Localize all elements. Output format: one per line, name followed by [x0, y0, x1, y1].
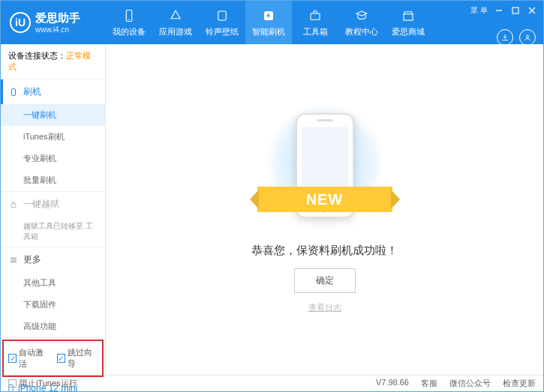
app-logo-icon: iU [10, 12, 31, 33]
sidebar-more-head[interactable]: 更多 [1, 247, 105, 272]
sidebar-item-advanced[interactable]: 高级功能 [1, 316, 105, 337]
svg-rect-2 [218, 11, 227, 20]
sidebar-item-pro-flash[interactable]: 专业刷机 [1, 148, 105, 169]
new-ribbon: NEW [257, 187, 392, 212]
download-button[interactable] [497, 29, 513, 46]
service-link[interactable]: 客服 [421, 378, 437, 389]
sidebar-more-label: 更多 [23, 253, 41, 266]
view-log-link[interactable]: 查看日志 [308, 302, 341, 313]
svg-rect-4 [311, 13, 320, 19]
app-subtitle: www.i4.cn [35, 25, 80, 34]
apps-icon [168, 8, 183, 23]
nav-label: 教程中心 [345, 26, 378, 37]
titlebar: iU 爱思助手 www.i4.cn 我的设备 应用游戏 铃声壁纸 智能刷机 工具… [1, 1, 543, 44]
sidebar-item-download-fw[interactable]: 下载固件 [1, 294, 105, 316]
svg-rect-11 [12, 88, 16, 95]
minimize-button[interactable] [494, 5, 504, 16]
connection-status: 设备连接状态：正常模式 [1, 44, 105, 79]
svg-rect-12 [11, 204, 16, 208]
nav-label: 我的设备 [113, 26, 146, 37]
tutorial-icon [354, 8, 369, 23]
success-message: 恭喜您，保资料刷机成功啦！ [251, 244, 398, 258]
conn-status-label: 设备连接状态： [8, 51, 66, 60]
nav-label: 爱思商城 [392, 26, 425, 37]
phone-icon [8, 87, 19, 97]
ok-button[interactable]: 确定 [294, 268, 356, 293]
app-logo-area[interactable]: iU 爱思助手 www.i4.cn [1, 11, 106, 34]
sidebar-item-oneclick-flash[interactable]: 一键刷机 [1, 104, 105, 126]
nav-my-device[interactable]: 我的设备 [106, 1, 152, 44]
nav-ringtones[interactable]: 铃声壁纸 [199, 1, 245, 44]
sidebar-item-batch-flash[interactable]: 批量刷机 [1, 169, 105, 191]
titlebar-menu-label[interactable]: 菜 单 [470, 5, 488, 16]
main-nav: 我的设备 应用游戏 铃声壁纸 智能刷机 工具箱 教程中心 爱思商城 [106, 1, 431, 44]
chk-block-itunes[interactable]: 阻止iTunes运行 [8, 378, 77, 389]
chk-auto-activate[interactable]: ✓自动激活 [8, 347, 50, 370]
store-icon [401, 8, 416, 23]
success-illustration: NEW [265, 106, 385, 233]
flash-options-highlighted: ✓自动激活 ✓跳过向导 [2, 340, 104, 377]
device-icon [122, 8, 137, 23]
sidebar-item-other-tools[interactable]: 其他工具 [1, 272, 105, 294]
sidebar: 设备连接状态：正常模式 刷机 一键刷机 iTunes刷机 专业刷机 批量刷机 一… [1, 44, 106, 375]
toolbox-icon [308, 8, 323, 23]
version-label: V7.98.66 [376, 378, 409, 389]
app-title: 爱思助手 [35, 11, 80, 25]
sidebar-flash-head[interactable]: 刷机 [1, 79, 105, 104]
ringtone-icon [215, 8, 230, 23]
main-content: NEW 恭喜您，保资料刷机成功啦！ 确定 查看日志 [106, 44, 543, 375]
block-itunes-label: 阻止iTunes运行 [20, 378, 77, 389]
lock-icon [8, 199, 19, 210]
wechat-link[interactable]: 微信公众号 [449, 378, 491, 389]
nav-tutorials[interactable]: 教程中心 [338, 1, 385, 44]
jailbreak-note: 越狱工具已转移至 工具箱 [1, 217, 105, 247]
user-button[interactable] [519, 29, 536, 46]
close-button[interactable] [527, 5, 537, 16]
chk-skip-guide-label: 跳过向导 [68, 347, 98, 370]
svg-rect-7 [512, 7, 518, 13]
nav-apps-games[interactable]: 应用游戏 [152, 1, 199, 44]
sidebar-item-itunes-flash[interactable]: iTunes刷机 [1, 126, 105, 148]
nav-label: 应用游戏 [159, 26, 192, 37]
nav-toolbox[interactable]: 工具箱 [292, 1, 338, 44]
nav-label: 铃声壁纸 [206, 26, 239, 37]
chk-skip-guide[interactable]: ✓跳过向导 [57, 347, 98, 370]
nav-store[interactable]: 爱思商城 [385, 1, 431, 44]
svg-rect-5 [404, 13, 413, 19]
maximize-button[interactable] [510, 5, 521, 16]
sidebar-jailbreak-head: 一键越狱 [1, 192, 105, 217]
sidebar-jailbreak-label: 一键越狱 [23, 198, 59, 211]
nav-smart-flash[interactable]: 智能刷机 [245, 1, 292, 44]
update-link[interactable]: 检查更新 [503, 378, 536, 389]
nav-label: 智能刷机 [252, 26, 285, 37]
list-icon [8, 255, 19, 265]
nav-label: 工具箱 [303, 26, 328, 37]
chk-auto-activate-label: 自动激活 [19, 347, 49, 370]
flash-icon [261, 8, 276, 23]
sidebar-flash-label: 刷机 [23, 85, 41, 98]
svg-point-10 [527, 35, 529, 37]
svg-point-1 [128, 19, 130, 20]
